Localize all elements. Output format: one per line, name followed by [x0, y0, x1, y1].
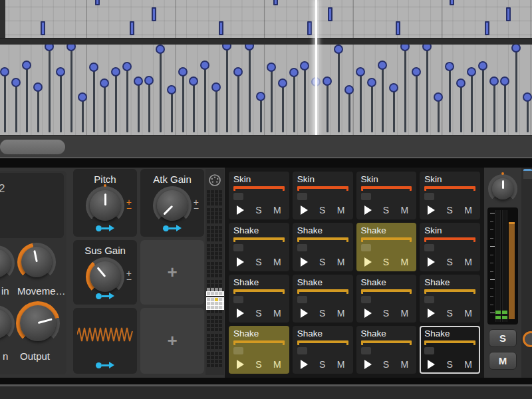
velocity-stem[interactable]	[237, 72, 239, 132]
pad-solo-button[interactable]: S	[447, 205, 453, 215]
pad-mute-button[interactable]: M	[464, 308, 472, 319]
pad-solo-button[interactable]: S	[319, 359, 325, 370]
minimap-row[interactable]	[207, 364, 224, 367]
pad-solo-button[interactable]: S	[383, 308, 389, 319]
velocity-stem[interactable]	[148, 80, 150, 132]
minimap-cell[interactable]	[215, 306, 218, 309]
pad-solo-button[interactable]: S	[383, 205, 389, 215]
pad-solo-button[interactable]: S	[255, 257, 261, 267]
velocity-stem[interactable]	[115, 72, 117, 132]
velocity-stem[interactable]	[449, 66, 451, 132]
velocity-point[interactable]	[56, 67, 65, 76]
drum-pad[interactable]: ShakeSM	[356, 326, 417, 374]
remote-cell-atk-gain[interactable]: Atk Gain +−	[140, 169, 204, 237]
minimap-cell[interactable]	[207, 198, 210, 201]
play-icon[interactable]	[237, 360, 244, 369]
minimap-cell[interactable]	[211, 338, 214, 341]
device-display[interactable]: 2	[0, 173, 64, 238]
minimap-cell[interactable]	[207, 298, 210, 301]
play-icon[interactable]	[428, 360, 435, 369]
velocity-stem[interactable]	[138, 81, 140, 132]
velocity-point[interactable]	[222, 45, 231, 51]
midi-note[interactable]	[41, 21, 45, 35]
minimap-cell[interactable]	[219, 338, 222, 341]
drum-pad[interactable]: SkinSM	[229, 172, 289, 219]
minimap-cell[interactable]	[219, 298, 222, 301]
minimap-cell[interactable]	[207, 342, 210, 345]
velocity-point[interactable]	[278, 78, 287, 88]
velocity-stem[interactable]	[293, 72, 295, 132]
velocity-stem[interactable]	[82, 97, 84, 132]
minimap-cell[interactable]	[219, 328, 222, 331]
pad-solo-button[interactable]: S	[319, 257, 325, 267]
minimap-cell[interactable]	[211, 352, 214, 355]
minimap-cell[interactable]	[211, 342, 214, 345]
velocity-stem[interactable]	[515, 48, 517, 132]
minimap-cell[interactable]	[219, 198, 222, 201]
pad-solo-button[interactable]: S	[255, 359, 261, 370]
minimap-row[interactable]	[207, 298, 224, 301]
velocity-stem[interactable]	[416, 72, 418, 132]
minimap-cell[interactable]	[211, 216, 214, 219]
minimap-cell[interactable]	[219, 306, 222, 309]
minimap-row[interactable]	[207, 194, 224, 198]
velocity-stem[interactable]	[226, 46, 228, 132]
minimap-cell[interactable]	[207, 194, 210, 198]
minimap-cell[interactable]	[207, 288, 210, 291]
minimap-cell[interactable]	[215, 262, 218, 265]
velocity-point[interactable]	[445, 62, 454, 71]
add-mapping-icon[interactable]: +	[167, 262, 177, 283]
minimap-cell[interactable]	[215, 198, 218, 201]
minimap-row[interactable]	[207, 274, 224, 277]
velocity-point[interactable]	[511, 45, 521, 53]
pad-mute-button[interactable]: M	[337, 205, 345, 215]
pad-mute-button[interactable]: M	[273, 359, 281, 370]
midi-note[interactable]	[130, 21, 134, 35]
minimap-cell[interactable]	[219, 288, 222, 291]
velocity-point[interactable]	[0, 67, 9, 76]
play-icon[interactable]	[364, 309, 372, 318]
minimap-cell[interactable]	[207, 280, 210, 283]
minimap-cell[interactable]	[219, 274, 222, 277]
minimap-cell[interactable]	[207, 220, 210, 223]
minimap-cell[interactable]	[211, 316, 214, 319]
minimap-cell[interactable]	[207, 226, 210, 229]
minimap-row[interactable]	[207, 212, 224, 215]
velocity-point[interactable]	[189, 76, 198, 86]
minimap-cell[interactable]	[219, 202, 222, 205]
minimap-cell[interactable]	[211, 244, 214, 247]
drum-pad[interactable]: ShakeSM	[229, 223, 289, 271]
pad-solo-button[interactable]: S	[319, 205, 325, 215]
minimap-row[interactable]	[207, 226, 224, 229]
minimap-row[interactable]	[207, 208, 224, 211]
minimap-cell[interactable]	[207, 190, 210, 194]
drum-pad[interactable]: SkinSM	[293, 172, 353, 219]
minimap-cell[interactable]	[211, 252, 214, 255]
minimap-cell[interactable]	[215, 316, 218, 319]
minimap-cell[interactable]	[215, 364, 218, 367]
minimap-row[interactable]	[207, 262, 224, 265]
velocity-point[interactable]	[89, 63, 98, 72]
horizontal-scrollbar-track[interactable]	[0, 135, 532, 157]
velocity-point[interactable]	[33, 82, 43, 92]
drum-pad[interactable]: ShakeSM	[293, 223, 353, 271]
pad-solo-button[interactable]: S	[447, 359, 453, 370]
minimap-cell[interactable]	[211, 346, 214, 349]
velocity-stem[interactable]	[371, 82, 373, 132]
pad-mute-button[interactable]: M	[337, 359, 345, 370]
minimap-cell[interactable]	[211, 266, 214, 269]
velocity-stem[interactable]	[504, 81, 506, 132]
minimap-cell[interactable]	[207, 356, 210, 359]
play-icon[interactable]	[428, 205, 435, 215]
solo-button[interactable]: S	[489, 329, 517, 347]
play-icon[interactable]	[301, 205, 308, 215]
velocity-point[interactable]	[111, 67, 120, 76]
velocity-point[interactable]	[167, 85, 176, 94]
minimap-cell[interactable]	[219, 226, 222, 229]
minimap-cell[interactable]	[207, 360, 210, 363]
minimap-cell[interactable]	[207, 352, 210, 355]
minimap-cell[interactable]	[219, 364, 222, 367]
velocity-point[interactable]	[300, 61, 309, 70]
minimap-cell[interactable]	[215, 230, 218, 233]
remote-cell-waveform[interactable]	[73, 308, 137, 374]
